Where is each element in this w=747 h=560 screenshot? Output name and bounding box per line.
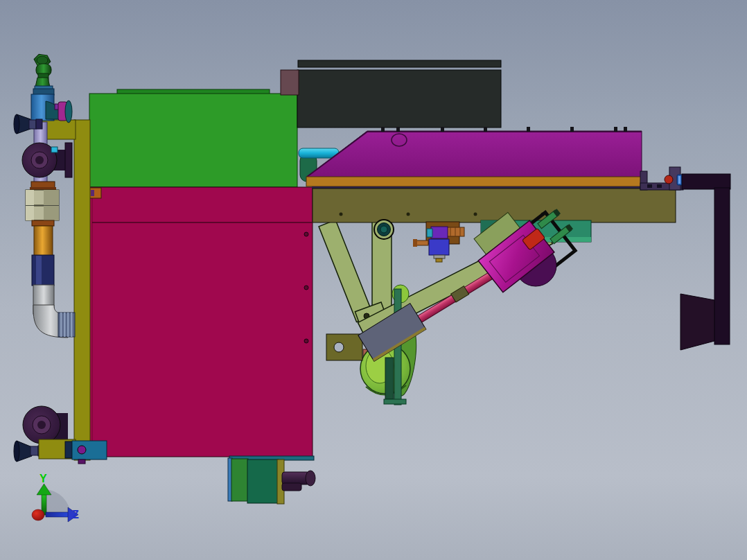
mount-tab [326, 334, 362, 360]
bracket-bump [657, 184, 662, 188]
blower-fin [385, 358, 394, 399]
z-axis-shaft [46, 512, 69, 517]
hex-nut [26, 190, 59, 205]
green-panel [231, 459, 248, 501]
hex-cap-face [37, 56, 48, 64]
cyan-clip [51, 147, 58, 152]
horn-stem-band [36, 119, 42, 129]
navy-highlight [36, 256, 42, 285]
z-axis-label: Z [72, 509, 79, 520]
gold-strip [306, 177, 642, 186]
dark-green-box [247, 460, 279, 503]
rivet [304, 232, 308, 236]
x-axis-stub [32, 509, 44, 520]
dark-panel [680, 294, 714, 350]
horn-stem [29, 120, 36, 129]
y-axis-label: Y [39, 473, 47, 484]
blue-bolt-highlight [678, 176, 680, 184]
caster-axle [37, 421, 46, 429]
spigot-flange [413, 239, 417, 247]
dark-cabinet-lid [298, 60, 501, 67]
dark-arm-horizontal [682, 174, 730, 189]
green-box [89, 94, 297, 187]
ribbed-coupling [58, 313, 75, 337]
motor-body [431, 227, 448, 238]
model-canvas[interactable]: Y Z [0, 0, 747, 560]
flange-bearing [374, 220, 394, 239]
red-bolt [665, 175, 673, 184]
beam-body [313, 189, 676, 222]
main-beam [313, 189, 676, 222]
blower-foot [384, 399, 406, 404]
purple-knob [78, 446, 86, 454]
handle-cap [306, 471, 315, 486]
navy-block [65, 441, 72, 458]
caster-plate [65, 143, 72, 177]
teal-disc [65, 100, 72, 123]
motor-cap [427, 229, 432, 237]
dark-arm-vertical [714, 188, 730, 344]
blue-valve-block [429, 239, 449, 255]
dark-cabinet [297, 70, 501, 128]
bracket-bump [647, 184, 652, 188]
rivet [304, 286, 308, 290]
rivet [304, 339, 308, 343]
navy-band [32, 255, 54, 286]
horn-lip [14, 441, 19, 462]
purple-tab [78, 460, 85, 464]
handle-lower [282, 483, 301, 491]
crimson-box [88, 187, 313, 457]
mauve-block [281, 70, 299, 95]
junction-box [72, 441, 107, 460]
olive-column [74, 120, 90, 460]
horn-lip [14, 114, 19, 134]
beam-rivet [474, 213, 477, 216]
flange [32, 220, 54, 226]
tab-plate [326, 334, 362, 360]
junction-connector [91, 190, 94, 196]
horn-stem [30, 446, 38, 455]
caster-axle [35, 156, 44, 164]
flange-lip [30, 187, 56, 190]
valve-foot [434, 255, 445, 259]
cad-viewport[interactable]: Y Z [0, 0, 747, 560]
amber-pipe [34, 226, 53, 256]
tab-hole [334, 342, 344, 352]
beam-rivet [407, 213, 410, 216]
valve-tip [436, 259, 442, 262]
hex-nut [26, 206, 59, 220]
beam-rivet [340, 213, 343, 216]
spigot [416, 240, 428, 245]
